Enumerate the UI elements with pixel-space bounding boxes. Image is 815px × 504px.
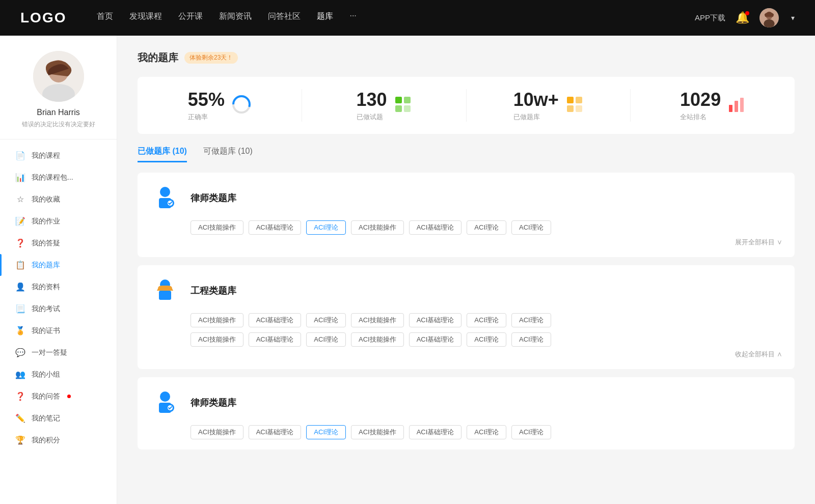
nav-item-news[interactable]: 新闻资讯 xyxy=(219,11,252,24)
sidebar-item-favorites[interactable]: ☆ 我的收藏 xyxy=(0,188,117,210)
quiz-section-engineer: 工程类题库 ACI技能操作 ACI基础理论 ACI理论 ACI技能操作 ACI基… xyxy=(138,265,795,369)
logo: LOGO xyxy=(20,10,66,26)
quiz-title-2: 工程类题库 xyxy=(191,285,236,297)
quiz-tag[interactable]: ACI理论 xyxy=(511,425,551,439)
course-icon: 📄 xyxy=(15,151,25,160)
rank-icon xyxy=(728,96,745,115)
stat-rank-text: 1029 全站排名 xyxy=(680,89,721,122)
tab-done[interactable]: 已做题库 (10) xyxy=(138,146,187,162)
nav-item-discover[interactable]: 发现课程 xyxy=(129,11,162,24)
quiz-tag[interactable]: ACI理论 xyxy=(467,313,506,327)
points-icon: 🏆 xyxy=(15,435,25,445)
quiz-tag[interactable]: ACI基础理论 xyxy=(409,332,462,347)
quiz-section-lawyer-2: 律师类题库 ACI技能操作 ACI基础理论 ACI理论 ACI技能操作 ACI基… xyxy=(138,377,795,450)
stat-rank: 1029 全站排名 xyxy=(631,89,795,122)
bar-red-icon xyxy=(728,96,745,113)
svg-point-2 xyxy=(764,19,774,27)
engineer-svg xyxy=(151,276,179,305)
lawyer-svg-1 xyxy=(151,184,179,212)
quiz-tag[interactable]: ACI基础理论 xyxy=(249,332,302,347)
sidebar-item-cert[interactable]: 🏅 我的证书 xyxy=(0,320,117,342)
svg-rect-11 xyxy=(395,105,402,112)
quiz-tag[interactable]: ACI技能操作 xyxy=(351,425,404,439)
quiz-section-header-3: 律师类题库 xyxy=(150,387,782,418)
sidebar-item-questions-label: 我的答疑 xyxy=(32,239,60,248)
grid-yellow-icon xyxy=(566,96,583,113)
stat-questions: 130 已做试题 xyxy=(302,89,467,122)
notes-icon: ✏️ xyxy=(15,413,25,423)
engineer-icon xyxy=(150,275,180,306)
nav-item-home[interactable]: 首页 xyxy=(97,11,113,24)
quiz-tag[interactable]: ACI理论 xyxy=(511,220,551,235)
quiz-tag[interactable]: ACI技能操作 xyxy=(191,425,243,439)
sidebar-item-cert-label: 我的证书 xyxy=(32,326,60,335)
quiz-tag[interactable]: ACI基础理论 xyxy=(409,220,462,235)
sidebar-item-questions[interactable]: ❓ 我的答疑 xyxy=(0,232,117,254)
quiz-tag[interactable]: ACI理论 xyxy=(306,313,346,327)
sidebar-item-quiz-label: 我的题库 xyxy=(32,261,60,270)
qa-notification-dot xyxy=(67,395,71,398)
sidebar-item-notes[interactable]: ✏️ 我的笔记 xyxy=(0,407,117,429)
quiz-tag[interactable]: ACI理论 xyxy=(467,425,506,439)
quiz-tag-active[interactable]: ACI理论 xyxy=(306,425,346,439)
quiz-tag[interactable]: ACI技能操作 xyxy=(351,220,404,235)
quiz-tag[interactable]: ACI理论 xyxy=(467,220,506,235)
homework-icon: 📝 xyxy=(15,216,25,226)
quiz-tag[interactable]: ACI技能操作 xyxy=(351,332,404,347)
quiz-tag[interactable]: ACI基础理论 xyxy=(249,313,302,327)
stat-accuracy-value: 55% xyxy=(188,89,225,110)
pie-chart-svg xyxy=(232,95,251,114)
quiz-icon: 📋 xyxy=(15,260,25,270)
profile-icon: 👤 xyxy=(15,282,25,292)
quiz-tag[interactable]: ACI理论 xyxy=(511,332,551,347)
sidebar-item-group[interactable]: 👥 我的小组 xyxy=(0,363,117,385)
quiz-collapse-2[interactable]: 收起全部科目 ∧ xyxy=(150,350,782,359)
sidebar-avatar[interactable] xyxy=(33,51,84,102)
sidebar: Brian Harris 错误的决定比没有决定要好 📄 我的课程 📊 我的课程包… xyxy=(0,36,117,504)
tab-available[interactable]: 可做题库 (10) xyxy=(203,146,253,162)
sidebar-item-exam[interactable]: 📃 我的考试 xyxy=(0,298,117,320)
nav-item-qa[interactable]: 问答社区 xyxy=(268,11,301,24)
sidebar-item-1on1[interactable]: 💬 一对一答疑 xyxy=(0,342,117,363)
quiz-tag[interactable]: ACI基础理论 xyxy=(409,425,462,439)
main-content: 我的题库 体验剩余23天！ 55% 正确率 xyxy=(117,36,815,504)
sidebar-item-course[interactable]: 📄 我的课程 xyxy=(0,145,117,166)
stat-quizzes-text: 10w+ 已做题库 xyxy=(513,89,559,122)
quiz-tag[interactable]: ACI技能操作 xyxy=(191,313,243,327)
questions-icon: ❓ xyxy=(15,238,25,248)
sidebar-item-homework[interactable]: 📝 我的作业 xyxy=(0,210,117,232)
quiz-tag[interactable]: ACI理论 xyxy=(306,332,346,347)
nav-item-open[interactable]: 公开课 xyxy=(178,11,203,24)
svg-point-26 xyxy=(160,391,170,402)
quiz-tag[interactable]: ACI基础理论 xyxy=(249,220,302,235)
stat-questions-label: 已做试题 xyxy=(357,113,387,122)
svg-rect-16 xyxy=(576,105,582,112)
sidebar-item-quiz[interactable]: 📋 我的题库 xyxy=(0,254,117,276)
sidebar-item-my-qa[interactable]: ❓ 我的问答 xyxy=(0,385,117,407)
quiz-expand-1[interactable]: 展开全部科目 ∨ xyxy=(150,238,782,247)
svg-rect-14 xyxy=(576,97,582,103)
quiz-tag[interactable]: ACI技能操作 xyxy=(191,332,243,347)
quiz-title-3: 律师类题库 xyxy=(191,397,236,409)
user-avatar[interactable] xyxy=(759,8,779,27)
quiz-tag[interactable]: ACI基础理论 xyxy=(409,313,462,327)
sidebar-item-course-pkg[interactable]: 📊 我的课程包... xyxy=(0,166,117,188)
quiz-tag-active[interactable]: ACI理论 xyxy=(306,220,346,235)
sidebar-item-points[interactable]: 🏆 我的积分 xyxy=(0,429,117,451)
quiz-tag[interactable]: ACI技能操作 xyxy=(191,220,243,235)
lawyer-svg-2 xyxy=(151,388,179,417)
user-menu-chevron[interactable]: ▾ xyxy=(791,14,795,22)
nav-item-quiz[interactable]: 题库 xyxy=(317,11,333,24)
stat-accuracy-text: 55% 正确率 xyxy=(188,89,225,122)
quiz-tags-1: ACI技能操作 ACI基础理论 ACI理论 ACI技能操作 ACI基础理论 AC… xyxy=(191,220,782,235)
quiz-tag[interactable]: ACI理论 xyxy=(467,332,506,347)
sidebar-item-profile[interactable]: 👤 我的资料 xyxy=(0,276,117,298)
sidebar-item-course-label: 我的课程 xyxy=(32,151,60,160)
quiz-tag[interactable]: ACI理论 xyxy=(511,313,551,327)
nav-item-more[interactable]: ··· xyxy=(349,11,356,24)
quiz-tag[interactable]: ACI基础理论 xyxy=(249,425,302,439)
quiz-tag[interactable]: ACI技能操作 xyxy=(351,313,404,327)
notification-bell[interactable]: 🔔 xyxy=(736,11,749,24)
sidebar-item-exam-label: 我的考试 xyxy=(32,304,60,314)
app-download-btn[interactable]: APP下载 xyxy=(695,13,725,23)
